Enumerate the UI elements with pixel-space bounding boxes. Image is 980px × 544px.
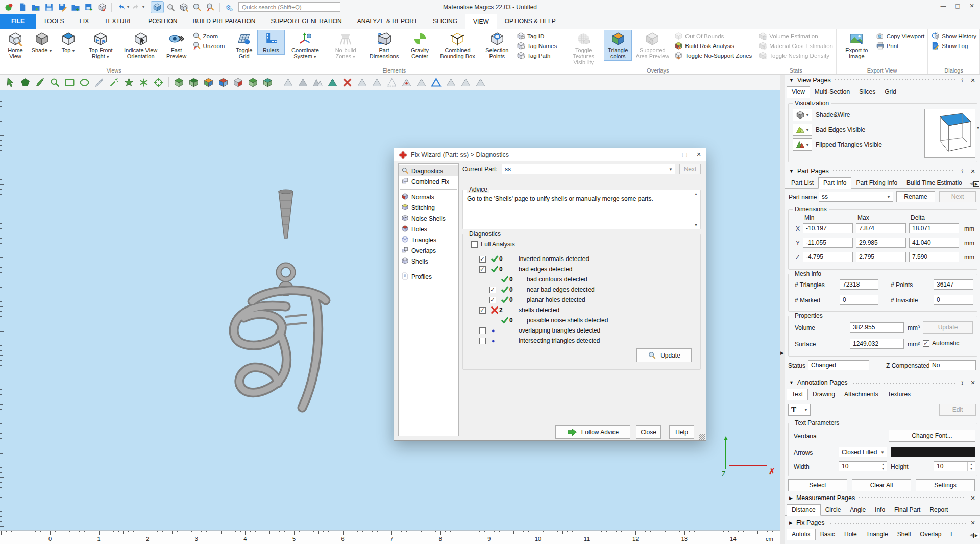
redo-icon[interactable] — [130, 2, 142, 13]
fix-wizard-nav-overlaps[interactable]: Overlaps — [399, 245, 458, 256]
next-part-button[interactable]: Next — [939, 191, 976, 202]
marked-count-field[interactable]: 0 — [840, 295, 878, 305]
chevron-down-icon[interactable]: ▼ — [885, 195, 893, 199]
x-max-field[interactable]: 7.874 — [856, 223, 906, 233]
ribbon-part-dimensions[interactable]: Part Dimensions — [365, 30, 403, 60]
toolstrip-xx-icon[interactable] — [341, 76, 354, 89]
tab-grid[interactable]: Grid — [880, 87, 901, 98]
dialog-minimize-button[interactable]: — — [663, 148, 677, 160]
fix-wizard-nav-stitching[interactable]: Stitching — [399, 202, 458, 213]
dialog-maximize-button[interactable]: ▢ — [677, 148, 692, 160]
toolstrip-tri-icon[interactable] — [356, 76, 369, 89]
settings-gears-icon[interactable]: ⚙⚙ — [223, 2, 235, 13]
tab-info[interactable]: Info — [870, 505, 890, 515]
collapse-icon[interactable]: ▼ — [789, 380, 794, 385]
x-min-field[interactable]: -10.197 — [803, 223, 853, 233]
ribbon-out-of-bounds[interactable]: Out Of Bounds — [674, 32, 752, 41]
spin-down-icon[interactable]: ▼ — [879, 466, 887, 471]
fix-pages-header[interactable]: ▶ Fix Pages ✕ — [785, 517, 980, 528]
ribbon-rulers[interactable]: Rulers — [258, 30, 284, 54]
tab-text[interactable]: Text — [787, 389, 808, 400]
toolstrip-tri2-icon[interactable] — [311, 76, 324, 89]
width-stepper[interactable]: 10 ▲▼ — [839, 461, 887, 471]
shadewire-dropdown-button[interactable]: ▼ — [793, 109, 812, 121]
toolstrip-tri-icon[interactable] — [282, 76, 295, 89]
z-max-field[interactable]: 2.795 — [856, 252, 906, 262]
scroll-up-icon[interactable]: ▲ — [693, 192, 699, 196]
collapse-icon[interactable]: ▼ — [789, 169, 794, 174]
close-icon[interactable]: ✕ — [969, 495, 976, 502]
ribbon-fast-preview[interactable]: Fast Preview — [162, 30, 191, 60]
pin-icon[interactable]: ⟟ — [959, 168, 966, 175]
ribbon-indicate-view-orientation[interactable]: Indicate View Orientation — [120, 30, 162, 60]
ribbon-toggle-no-support-zones[interactable]: Toggle No-Support Zones — [674, 51, 752, 60]
update-volume-button[interactable]: Update — [923, 321, 973, 334]
menu-tab-options-help[interactable]: OPTIONS & HELP — [497, 14, 564, 29]
flipped-dropdown-button[interactable]: ▼ — [793, 138, 812, 151]
zoom-part-icon[interactable] — [178, 2, 190, 13]
ribbon-show-history[interactable]: Show History — [931, 32, 976, 41]
zoom-tool-icon[interactable] — [164, 2, 177, 13]
ribbon-tag-names[interactable]: Tag Names — [517, 41, 557, 51]
collapse-icon[interactable]: ▼ — [789, 78, 794, 83]
tab-part-list[interactable]: Part List — [787, 178, 818, 188]
ribbon-tag-id[interactable]: Tag ID — [517, 32, 557, 41]
dialog-close-button[interactable]: ✕ — [692, 148, 706, 160]
toolstrip-target-icon[interactable] — [152, 76, 165, 89]
tab-part-fixing-info[interactable]: Part Fixing Info — [851, 178, 902, 188]
ribbon-build-risk-analysis[interactable]: Build Risk Analysis — [674, 41, 752, 51]
scroll-down-icon[interactable]: ▼ — [693, 223, 699, 227]
tab-drawing[interactable]: Drawing — [808, 389, 840, 400]
menu-tab-slicing[interactable]: SLICING — [425, 14, 465, 29]
chevron-down-icon[interactable]: ▾ — [127, 5, 129, 9]
close-icon[interactable]: ✕ — [969, 380, 976, 386]
magics-logo-icon[interactable] — [3, 2, 15, 13]
toolstrip-cube-icon[interactable] — [173, 76, 185, 89]
tab-f[interactable]: F — [946, 529, 959, 540]
part-name-combo[interactable]: ss▼ — [819, 192, 893, 202]
tab-triangle[interactable]: Triangle — [862, 529, 893, 540]
save-part-icon[interactable]: + — [83, 2, 95, 13]
toolstrip-cube-icon[interactable] — [247, 76, 259, 89]
surface-field[interactable]: 1249.032 — [850, 339, 904, 349]
toolstrip-rect-icon[interactable] — [63, 76, 76, 89]
tab-scroll-right-icon[interactable]: ▶ — [973, 533, 979, 538]
panel-splitter[interactable]: ▶ — [780, 75, 785, 544]
ribbon-combined-bounding-box[interactable]: Combined Bounding Box — [436, 30, 478, 60]
full-analysis-checkbox[interactable]: Full Analysis — [471, 241, 515, 248]
minimize-button[interactable]: — — [936, 0, 950, 11]
menu-tab-view[interactable]: VIEW — [465, 14, 497, 29]
toolstrip-magg-icon[interactable] — [48, 76, 61, 89]
expand-icon[interactable]: ▶ — [789, 520, 793, 525]
menu-tab-fix[interactable]: FIX — [71, 14, 96, 29]
zoom-in-icon[interactable] — [191, 2, 203, 13]
shaded-view-icon[interactable] — [151, 2, 163, 13]
toolstrip-star-icon[interactable] — [122, 76, 135, 89]
ribbon-zoom[interactable]: Zoom — [192, 32, 225, 41]
tab-basic[interactable]: Basic — [816, 529, 840, 540]
undo-icon[interactable] — [115, 2, 127, 13]
ribbon-selection-points[interactable]: Selection Points — [478, 30, 516, 60]
maximize-button[interactable]: ▢ — [950, 0, 965, 11]
text-style-combo[interactable]: T ▼ — [788, 404, 811, 416]
toolstrip-triD-icon[interactable] — [385, 76, 398, 89]
diagnostic-checkbox[interactable] — [479, 256, 486, 263]
fix-wizard-nav-normals[interactable]: Normals — [399, 192, 458, 202]
dialog-title-bar[interactable]: Fix Wizard (Part: ss) > Diagnostics — [394, 148, 706, 161]
chevron-down-icon[interactable]: ▼ — [878, 450, 887, 455]
update-button[interactable]: Update — [636, 348, 692, 362]
toolstrip-triR-icon[interactable] — [400, 76, 413, 89]
toolstrip-tri-icon[interactable] — [474, 76, 487, 89]
fix-wizard-nav-diagnostics[interactable]: Diagnostics — [399, 165, 458, 176]
height-stepper[interactable]: 10 ▲▼ — [934, 461, 975, 471]
next-button[interactable]: Next — [679, 164, 701, 174]
toolstrip-triO-icon[interactable] — [430, 76, 443, 89]
save-as-icon[interactable] — [56, 2, 68, 13]
toolstrip-ellipse-icon[interactable] — [78, 76, 91, 89]
ribbon-gravity-center[interactable]: Gravity Center — [403, 30, 437, 60]
y-min-field[interactable]: -11.055 — [803, 238, 853, 248]
toolstrip-tri-icon[interactable] — [459, 76, 472, 89]
ribbon-no-build-zones[interactable]: No-build Zones ▼ — [326, 30, 365, 61]
diagnostic-checkbox[interactable] — [479, 327, 486, 334]
ribbon-export-to-image[interactable]: Export to Image — [839, 30, 875, 60]
